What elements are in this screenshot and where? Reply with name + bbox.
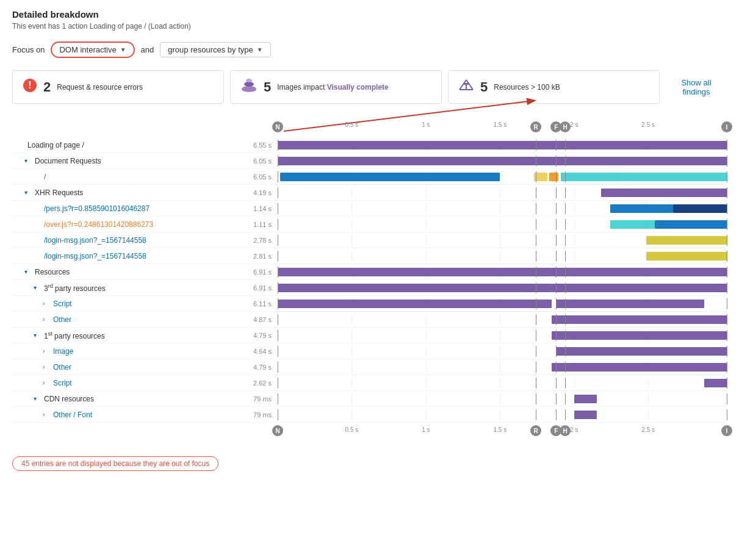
- vline-F: [556, 171, 557, 182]
- vline-H: [565, 298, 566, 309]
- vline-F: [556, 267, 557, 278]
- bar-script-3rd-1: [556, 300, 704, 308]
- row-chart-document-requests: [278, 156, 727, 167]
- grid-line: [426, 219, 427, 230]
- expand-icon-first-party[interactable]: ▾: [34, 332, 41, 339]
- vline-F: [556, 378, 557, 389]
- grid-line: [351, 187, 352, 198]
- expand-icon-script-3rd[interactable]: ›: [43, 300, 50, 307]
- vline-N: [278, 267, 278, 278]
- grid-line: [500, 378, 500, 389]
- row-label-text-pers-js[interactable]: /pers.js?r=0.8585901016046287: [44, 204, 150, 213]
- finding-card-resources[interactable]: 5Resources > 100 kB: [448, 70, 660, 104]
- row-label-text-script-1st[interactable]: Script: [53, 379, 72, 387]
- bar-slash-3: [561, 173, 624, 181]
- grid-line: [426, 362, 427, 373]
- grid-line: [500, 235, 500, 246]
- bar-resources-0: [278, 268, 552, 276]
- group-dropdown-value: group resources by type: [168, 45, 253, 54]
- row-label-other-1st: ›Other: [12, 361, 244, 373]
- expand-icon-other-font[interactable]: ›: [43, 411, 50, 418]
- row-chart-other-1st: [278, 362, 727, 373]
- expand-icon-document-requests[interactable]: ▾: [24, 157, 32, 164]
- expand-icon-xhr-requests[interactable]: ▾: [24, 189, 32, 196]
- expand-icon-other-3rd[interactable]: ›: [43, 316, 50, 323]
- expand-icon-resources[interactable]: ▾: [24, 268, 32, 275]
- chevron-down-icon: ▼: [120, 46, 126, 53]
- expand-icon-cdn-resources[interactable]: ▾: [34, 395, 41, 402]
- vline-H: [565, 235, 566, 246]
- row-label-text-slash[interactable]: /: [44, 173, 46, 181]
- vline-N: [278, 219, 278, 230]
- row-chart-other-font: [278, 409, 727, 420]
- expand-icon-third-party[interactable]: ▾: [34, 284, 41, 291]
- bar-slash-0: [280, 173, 500, 181]
- row-chart-first-party: [278, 330, 727, 341]
- vline-F: [556, 219, 557, 230]
- marker-label-H: H: [560, 425, 571, 436]
- focus-dropdown[interactable]: DOM interactive ▼: [51, 41, 134, 58]
- vline-F: [556, 187, 557, 198]
- row-label-text-other-3rd[interactable]: Other: [53, 315, 71, 324]
- vline-N: [278, 409, 278, 420]
- row-label-text-over-js[interactable]: /over.js?r=0.24861301420886273: [44, 220, 153, 229]
- time-tick: 1.5 s: [493, 426, 506, 433]
- time-tick: 0.5 s: [345, 121, 359, 128]
- table-row: /login-msg.json?_=15671445582.78 s: [12, 232, 727, 248]
- group-dropdown[interactable]: group resources by type ▼: [160, 42, 270, 57]
- marker-label-H: H: [560, 121, 571, 132]
- grid-line: [500, 171, 500, 182]
- vline-I: [727, 409, 727, 420]
- row-label-text-login-msg-1[interactable]: /login-msg.json?_=1567144558: [44, 236, 146, 245]
- vline-H: [565, 219, 566, 230]
- finding-card-images[interactable]: 5Images impact Visually complete: [230, 70, 442, 104]
- row-label-slash: /: [12, 171, 244, 183]
- grid-line: [648, 409, 649, 420]
- bar-loading-of-page-0: [278, 141, 727, 149]
- vline-I: [727, 235, 727, 246]
- row-time-login-msg-1: 2.78 s: [244, 237, 278, 244]
- vline-N: [278, 203, 278, 214]
- vline-N: [278, 251, 278, 262]
- row-label-text-other-font[interactable]: Other / Font: [53, 411, 92, 419]
- marker-label-R: R: [530, 425, 541, 436]
- expand-icon-image-1st[interactable]: ›: [43, 348, 50, 354]
- row-chart-third-party: [278, 282, 727, 293]
- row-label-text-image-1st[interactable]: Image: [53, 347, 73, 356]
- row-label-text-other-1st[interactable]: Other: [53, 363, 71, 372]
- vline-F: [556, 156, 557, 167]
- vline-H: [565, 140, 566, 151]
- row-label-pers-js: /pers.js?r=0.8585901016046287: [12, 203, 244, 215]
- vline-R: [536, 219, 536, 230]
- vline-N: [278, 362, 278, 373]
- bar-document-requests-0: [278, 157, 727, 165]
- vline-N: [278, 314, 278, 325]
- bar-login-msg-2-0: [646, 252, 727, 260]
- row-time-other-1st: 4.79 s: [244, 364, 278, 371]
- vline-F: [556, 330, 557, 341]
- grid-line: [426, 314, 427, 325]
- row-time-document-requests: 6.05 s: [244, 157, 278, 165]
- table-row: /6.05 s: [12, 169, 727, 185]
- show-all-findings-button[interactable]: Show all findings: [666, 70, 727, 104]
- finding-card-errors[interactable]: !2Request & resource errors: [12, 70, 224, 104]
- marker-label-I: I: [721, 425, 732, 436]
- grid-line: [351, 378, 352, 389]
- bar-resources-1: [552, 268, 727, 276]
- vline-F: [556, 393, 557, 404]
- vline-I: [727, 298, 727, 309]
- time-tick: 2 s: [570, 426, 578, 433]
- time-tick: 2 s: [570, 121, 578, 128]
- table-row: ▾1st party resources4.79 s: [12, 328, 727, 343]
- row-label-text-script-3rd[interactable]: Script: [53, 300, 72, 308]
- row-label-text-cdn-resources: CDN resources: [44, 395, 94, 403]
- time-tick: 1 s: [422, 121, 430, 128]
- vline-R: [536, 409, 536, 420]
- row-label-text-third-party: 3rd party resources: [44, 283, 106, 293]
- row-label-login-msg-2: /login-msg.json?_=1567144558: [12, 250, 244, 262]
- vline-H: [565, 409, 566, 420]
- expand-icon-other-1st[interactable]: ›: [43, 364, 50, 370]
- row-time-slash: 6.05 s: [244, 173, 278, 181]
- expand-icon-script-1st[interactable]: ›: [43, 379, 50, 386]
- row-label-text-login-msg-2[interactable]: /login-msg.json?_=1567144558: [44, 252, 146, 260]
